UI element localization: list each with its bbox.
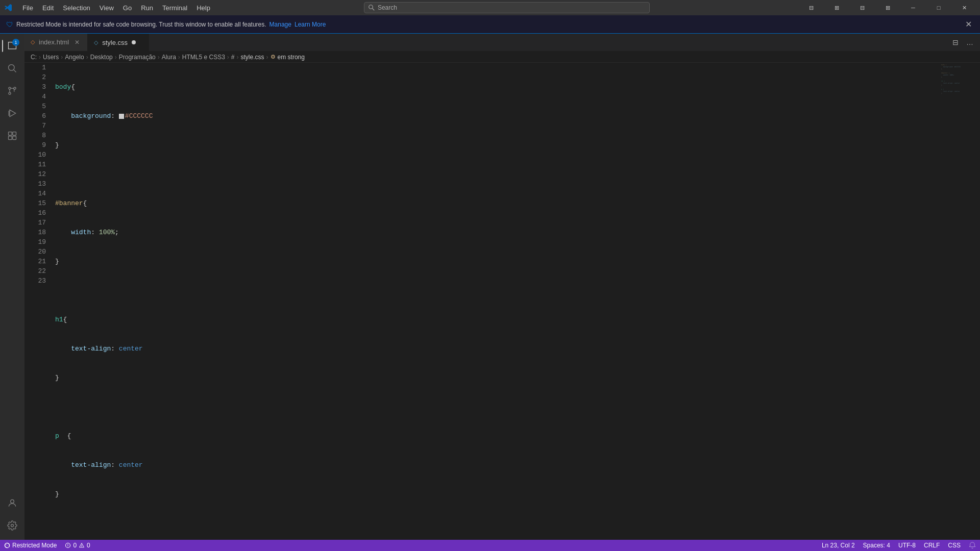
svg-point-2 [9,65,15,71]
menu-help[interactable]: Help [192,3,214,13]
language-mode[interactable]: CSS [944,542,965,549]
svg-point-13 [11,524,14,527]
code-line-14: text-align: center [55,460,939,470]
code-line-12 [55,402,939,412]
sidebar-item-source-control[interactable] [2,81,22,101]
line-num-23: 23 [24,276,46,286]
encoding[interactable]: UTF-8 [894,542,920,549]
sidebar-item-run[interactable] [2,103,22,123]
menu-selection[interactable]: Selection [59,3,94,13]
learn-more-link[interactable]: Learn More [295,21,326,28]
breadcrumb-angelo[interactable]: Angelo [65,54,84,61]
code-line-1: body { [55,82,939,92]
menu-file[interactable]: File [18,3,37,13]
editor-container: 1 2 3 4 5 6 7 8 9 10 11 12 13 14 15 16 1… [24,63,980,540]
tab-css-label: style.css [102,39,128,46]
breadcrumb-stylecss[interactable]: style.css [241,54,264,61]
tab-bar-actions: ⊟ … [949,34,980,51]
svg-marker-7 [10,110,16,116]
code-editor[interactable]: body { background: #CCCCCC } #banner { w… [51,63,939,540]
svg-point-0 [369,5,373,9]
restricted-mode-indicator[interactable]: Restricted Mode [0,542,61,549]
line-numbers: 1 2 3 4 5 6 7 8 9 10 11 12 13 14 15 16 1… [24,63,51,540]
menu-bar: File Edit Selection View Go Run Terminal… [18,3,214,13]
breadcrumb: C: › Users › Angelo › Desktop › Programa… [24,52,980,63]
restricted-mode-icon [4,542,10,548]
sidebar-item-extensions[interactable] [2,126,22,146]
color-swatch-cccccc [119,114,124,119]
line-num-15: 15 [24,198,46,208]
breadcrumb-alura[interactable]: Alura [162,54,176,61]
cursor-position[interactable]: Ln 23, Col 2 [818,542,859,549]
svg-point-6 [9,92,11,94]
vscode-logo-icon [4,4,12,12]
line-num-13: 13 [24,179,46,189]
menu-terminal[interactable]: Terminal [158,3,191,13]
breadcrumb-users[interactable]: Users [43,54,59,61]
code-line-11: } [55,373,939,383]
layout-split-icon[interactable]: ⊞ [825,0,848,15]
code-line-4 [55,169,939,179]
more-actions-button[interactable]: … [964,36,976,48]
sidebar-item-search[interactable] [2,58,22,79]
title-bar-center: Search [214,2,799,13]
breadcrumb-programacao[interactable]: Programação [119,54,156,61]
app-container: 1 ◇ index.html ✕ [0,34,980,540]
status-bar: Restricted Mode 0 0 Ln 23, Col 2 Spaces:… [0,540,980,551]
status-bar-left: Restricted Mode 0 0 [0,542,94,549]
line-num-2: 2 [24,72,46,82]
search-bar[interactable]: Search [364,2,650,13]
svg-rect-9 [13,132,16,136]
line-ending[interactable]: CRLF [920,542,944,549]
tab-html-close[interactable]: ✕ [73,38,81,46]
svg-rect-11 [13,136,16,140]
breadcrumb-drive[interactable]: C: [31,54,37,61]
banner-close-button[interactable]: ✕ [963,19,974,29]
svg-line-3 [14,70,16,72]
notifications-icon[interactable] [965,542,980,549]
layout-toggle-icon[interactable]: ⊟ [799,0,823,15]
line-num-20: 20 [24,247,46,257]
breadcrumb-em-strong[interactable]: em strong [278,54,305,61]
explorer-badge: 1 [12,39,19,46]
layout-grid-icon[interactable]: ⊞ [876,0,899,15]
line-num-9: 9 [24,140,46,150]
search-placeholder: Search [378,4,397,11]
line-num-19: 19 [24,237,46,247]
code-line-10: text-align: center [55,344,939,354]
sidebar-item-explorer[interactable]: 1 [2,36,22,56]
tab-css-icon: ◇ [94,39,98,46]
errors-indicator[interactable]: 0 0 [61,542,94,549]
svg-point-16 [68,546,68,547]
title-bar-left: File Edit Selection View Go Run Terminal… [4,3,214,13]
status-bar-right: Ln 23, Col 2 Spaces: 4 UTF-8 CRLF CSS [818,542,980,549]
line-num-22: 22 [24,266,46,276]
breadcrumb-html5css3[interactable]: HTML5 e CSS3 [182,54,225,61]
menu-edit[interactable]: Edit [38,3,58,13]
menu-run[interactable]: Run [137,3,157,13]
indentation[interactable]: Spaces: 4 [859,542,894,549]
breadcrumb-desktop[interactable]: Desktop [90,54,113,61]
maximize-button[interactable]: □ [927,0,950,15]
menu-go[interactable]: Go [119,3,136,13]
minimize-button[interactable]: ─ [901,0,925,15]
line-num-18: 18 [24,228,46,237]
line-num-10: 10 [24,150,46,160]
layout-panel-icon[interactable]: ⊟ [850,0,874,15]
sidebar-item-account[interactable] [2,493,22,513]
manage-link[interactable]: Manage [270,21,291,28]
split-editor-button[interactable]: ⊟ [949,36,962,48]
warning-icon [79,542,85,548]
svg-rect-10 [9,136,12,140]
tab-style-css[interactable]: ◇ style.css [88,34,149,51]
line-num-3: 3 [24,82,46,92]
line-num-7: 7 [24,121,46,131]
breadcrumb-hash[interactable]: # [231,54,235,61]
error-icon [65,542,71,548]
sidebar-item-settings[interactable] [2,515,22,536]
menu-view[interactable]: View [95,3,118,13]
tab-index-html[interactable]: ◇ index.html ✕ [24,34,88,51]
code-line-8 [55,286,939,295]
shield-icon: 🛡 [6,20,13,29]
close-button[interactable]: ✕ [952,0,976,15]
